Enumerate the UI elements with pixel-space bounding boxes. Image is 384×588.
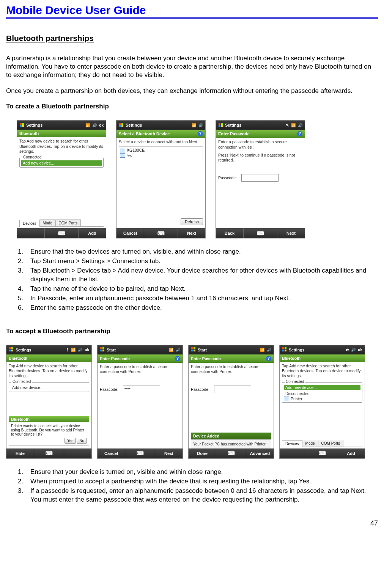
- sync-icon: ⇄: [346, 348, 349, 352]
- cancel-softkey[interactable]: Cancel: [116, 231, 144, 235]
- volume-icon: 🔊: [92, 123, 97, 127]
- help-icon[interactable]: ?: [175, 356, 180, 361]
- add-new-device-item[interactable]: Add new device...: [21, 160, 102, 166]
- ok-button[interactable]: ok: [358, 348, 362, 352]
- passcode-input[interactable]: [214, 386, 251, 393]
- screenshot-pair-request: Settings ᛒ 📶 🔊 ok Bluetooth Tap Add new …: [6, 345, 92, 459]
- no-button[interactable]: No: [77, 438, 87, 444]
- keyboard-icon[interactable]: [157, 230, 165, 236]
- tab-mode[interactable]: Mode: [39, 220, 56, 226]
- connected-group: Connected Add new device...: [19, 158, 104, 168]
- next-softkey[interactable]: Next: [178, 231, 205, 235]
- titlebar: Settings ᛒ 📶 🔊 ok: [6, 345, 91, 354]
- screenshot-device-added: Start 📶 🔊 Enter Passcode ? Enter a passc…: [188, 345, 274, 459]
- titlebar: Start 📶 🔊: [189, 345, 274, 354]
- screenshot-passcode-filled: Start 📶 🔊 Enter Passcode ? Enter a passc…: [97, 345, 183, 459]
- titlebar-text: Start: [107, 348, 167, 352]
- device-icon: [120, 153, 125, 158]
- cancel-softkey[interactable]: Cancel: [98, 451, 125, 456]
- help-icon[interactable]: ?: [266, 356, 271, 361]
- passcode-label: Passcode:: [191, 387, 209, 392]
- add-softkey[interactable]: Add: [79, 231, 106, 235]
- help-icon[interactable]: ?: [198, 131, 203, 136]
- done-softkey[interactable]: Done: [189, 451, 216, 456]
- titlebar: Start 📶 🔊: [98, 345, 183, 354]
- step: Ensure that the two devices are turned o…: [25, 248, 378, 256]
- start-icon[interactable]: [119, 122, 124, 128]
- instructions: Select a device to connect with and tap …: [119, 140, 203, 144]
- signal-icon: 📶: [260, 348, 264, 352]
- signal-icon: 📶: [85, 123, 90, 127]
- intro-paragraph-2: Once you create a partnership on both de…: [6, 87, 378, 95]
- tab-mode[interactable]: Mode: [302, 440, 318, 447]
- ok-button[interactable]: ok: [99, 123, 104, 127]
- pair-popup: Bluetooth Printer wants to connect with …: [9, 416, 89, 445]
- yes-button[interactable]: Yes: [65, 438, 76, 444]
- device-item[interactable]: 'es': [120, 153, 202, 158]
- device-item-printer[interactable]: Printer: [284, 396, 360, 401]
- create-heading: To create a Bluetooth partnership: [6, 103, 378, 110]
- disconnected-label: Disconnected: [284, 391, 360, 396]
- screenshot-bluetooth-with-printer: Settings ⇄ 🔊 ok Bluetooth Tap Add new de…: [279, 345, 365, 459]
- keyboard-icon[interactable]: [228, 450, 235, 456]
- passcode-input[interactable]: [241, 174, 279, 182]
- back-softkey[interactable]: Back: [216, 231, 243, 235]
- keyboard-icon[interactable]: [319, 450, 326, 456]
- tab-com-ports[interactable]: COM Ports: [55, 220, 81, 226]
- accept-heading: To accept a Bluetooth partnership: [6, 328, 378, 335]
- start-icon[interactable]: [19, 122, 25, 128]
- add-softkey[interactable]: Add: [337, 451, 365, 456]
- screenshot-enter-passcode: Settings ✎ 📶 🔊 Enter Passcode ? Enter a …: [216, 120, 305, 238]
- tabs: Devices Mode COM Ports: [282, 440, 362, 447]
- keyboard-icon[interactable]: [46, 450, 53, 456]
- volume-icon: 🔊: [78, 348, 82, 352]
- document-title: Mobile Device User Guide: [6, 0, 378, 19]
- hide-softkey[interactable]: Hide: [6, 451, 34, 456]
- titlebar: Settings ✎ 📶 🔊: [216, 121, 305, 130]
- tab-devices[interactable]: Devices: [19, 220, 40, 227]
- screen-header: Enter Passcode ?: [98, 354, 183, 363]
- start-icon[interactable]: [282, 347, 287, 353]
- instructions: Tap Add new device to search for other B…: [282, 364, 362, 378]
- keyboard-icon[interactable]: [137, 450, 144, 456]
- section-heading: Bluetooth partnerships: [6, 34, 378, 43]
- start-icon[interactable]: [191, 347, 196, 353]
- next-softkey[interactable]: Next: [277, 231, 305, 235]
- step: If a passcode is requested, enter an alp…: [25, 487, 378, 504]
- popup-message: Printer wants to connect with your devic…: [11, 424, 87, 436]
- instructions: Enter a passcode to establish a secure c…: [191, 364, 271, 374]
- bluetooth-icon: ᛒ: [66, 348, 69, 352]
- titlebar-text: Settings: [289, 348, 344, 352]
- device-groups: Connected Add new device... Disconnected…: [282, 382, 362, 403]
- start-icon[interactable]: [100, 347, 105, 353]
- screen-header: Bluetooth: [17, 130, 106, 137]
- instructions: Enter a passcode to establish a secure c…: [100, 364, 180, 374]
- keyboard-icon[interactable]: [58, 230, 65, 236]
- device-icon: [120, 148, 125, 152]
- popup-title: Bluetooth: [9, 416, 89, 422]
- volume-icon: 🔊: [198, 123, 203, 127]
- device-item[interactable]: XG100CE: [120, 147, 202, 153]
- advanced-softkey[interactable]: Advanced: [246, 451, 274, 456]
- help-icon[interactable]: ?: [297, 131, 302, 136]
- refresh-button[interactable]: Refresh: [181, 218, 203, 225]
- passcode-input[interactable]: [123, 386, 160, 393]
- tabs: Devices Mode COM Ports: [19, 220, 104, 227]
- connected-group: Connected Add new device...: [9, 382, 89, 392]
- start-icon[interactable]: [218, 122, 223, 128]
- tab-com-ports[interactable]: COM Ports: [318, 440, 343, 447]
- start-icon[interactable]: [9, 347, 14, 353]
- add-new-device-item[interactable]: Add new device...: [11, 385, 87, 390]
- add-new-device-item[interactable]: Add new device...: [284, 385, 360, 390]
- screen-header: Select a Bluetooth Device ?: [116, 130, 205, 138]
- tab-devices[interactable]: Devices: [282, 440, 302, 447]
- ok-button[interactable]: ok: [85, 348, 89, 352]
- volume-icon: 🔊: [176, 348, 180, 352]
- step: Tap Bluetooth > Devices tab > Add new de…: [25, 267, 378, 284]
- keyboard-icon[interactable]: [257, 230, 264, 236]
- accept-screenshots: Settings ᛒ 📶 🔊 ok Bluetooth Tap Add new …: [6, 345, 378, 459]
- signal-icon: 📶: [192, 123, 196, 127]
- next-softkey[interactable]: Next: [155, 451, 183, 456]
- instructions-1: Enter a passcode to establish a secure c…: [218, 140, 302, 149]
- volume-icon: 🔊: [351, 348, 356, 352]
